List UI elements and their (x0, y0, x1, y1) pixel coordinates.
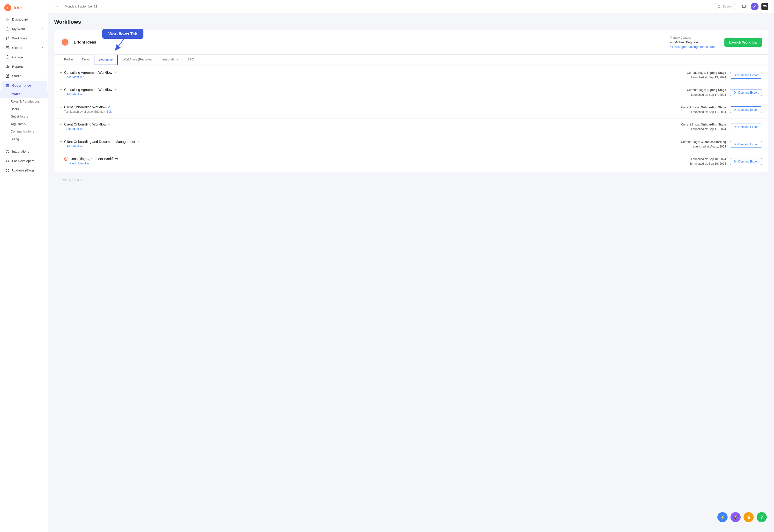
contact-name: Michael Brighton (670, 40, 714, 44)
sidebar-item-for-developers[interactable]: For Developers (1, 156, 47, 165)
sidebar-item-dashboard[interactable]: Dashboard (1, 15, 47, 24)
chevron-down-icon: ▾ (42, 46, 43, 49)
table-row: ▾ Consulting Agreement Workflow ↗ + Add … (54, 67, 768, 84)
sidebar-sub-item-users[interactable]: Users (0, 105, 48, 113)
add-identifier-link[interactable]: + Add Identifier (70, 162, 89, 165)
workflow-name: Client Onboarding Workflow ↗ (64, 105, 681, 109)
external-link[interactable]: ↗ (136, 140, 139, 143)
sidebar-sub-item-tag-library[interactable]: Tag Library (0, 120, 48, 128)
search-icon (717, 5, 721, 8)
governance-sub-menu: Profile Roles & Permissions Users Guest … (0, 90, 48, 143)
floating-trash-button[interactable]: 🗑 (744, 512, 754, 522)
org-name: Bright Ideas (74, 40, 96, 44)
workflow-info: Consulting Agreement Workflow ↗ + Add Id… (70, 157, 690, 165)
collapse-sidebar-button[interactable] (54, 3, 61, 10)
chevron-down-icon: ▾ (42, 75, 43, 77)
sidebar-item-clients[interactable]: Clients ▾ (1, 43, 47, 52)
on-demand-export-button[interactable]: On-Demand Export (730, 141, 762, 148)
tab-sso[interactable]: SSO (184, 55, 198, 65)
expand-icon[interactable]: ▾ (60, 157, 62, 161)
edit-link[interactable]: Edit (106, 110, 112, 113)
sidebar-item-garage[interactable]: Garage (1, 52, 47, 62)
on-demand-export-button[interactable]: On-Demand Export (730, 124, 762, 130)
edit-icon (5, 74, 10, 78)
grid-icon (5, 17, 10, 22)
sidebar-item-studio[interactable]: Studio ▾ (1, 71, 47, 81)
topbar: Monday, September 23 Search MB (48, 0, 774, 13)
svg-line-20 (720, 7, 721, 8)
sidebar-sub-item-profile[interactable]: Profile (0, 90, 48, 98)
floating-lightning-button[interactable]: ⚡ (717, 512, 728, 522)
floating-rocket-button[interactable]: 🚀 (730, 512, 741, 522)
add-identifier-link[interactable]: + Add Identifier (64, 93, 83, 96)
svg-point-21 (754, 5, 755, 7)
external-link[interactable]: ↗ (114, 88, 116, 91)
launch-workflow-button[interactable]: Launch Workflow (724, 38, 762, 47)
box-icon (5, 55, 10, 59)
expand-icon[interactable]: ▾ (60, 88, 62, 92)
svg-text:Workflows Tab: Workflows Tab (109, 32, 137, 36)
page-content: Workflows t Bright Ideas Workflows Tab (48, 13, 774, 532)
on-demand-export-button[interactable]: On-Demand Export (730, 89, 762, 96)
sidebar-item-reports[interactable]: Reports (1, 62, 47, 71)
external-link[interactable]: ↗ (114, 71, 116, 74)
external-link[interactable]: ↗ (108, 105, 110, 109)
sidebar-item-updates-blog[interactable]: Updates (Blog) (1, 166, 47, 175)
sidebar-sub-item-guest-users[interactable]: Guest Users (0, 113, 48, 120)
user-avatar[interactable] (751, 3, 759, 10)
code-icon (5, 159, 10, 163)
workflow-meta: Launched at: Sep 18, 2024 Terminated at:… (690, 157, 726, 166)
table-row: ▾ Client Onboarding and Document Managem… (54, 136, 768, 153)
table-row: ▾ Client Onboarding Workflow ↗ Test laun… (54, 101, 768, 118)
search-box[interactable]: Search (714, 3, 736, 10)
workflow-info: Consulting Agreement Workflow ↗ + Add Id… (64, 88, 687, 96)
tab-tasks[interactable]: Tasks (78, 55, 94, 65)
floating-help-button[interactable]: ? (757, 512, 767, 522)
add-identifier-link[interactable]: + Add Identifier (64, 145, 83, 148)
external-link[interactable]: ↗ (108, 123, 110, 126)
page-title: Workflows (54, 19, 768, 25)
contact-info: Primary Contact: Michael Brighton m.brig… (670, 36, 714, 49)
sidebar-logo: t trisk (0, 0, 48, 15)
expand-icon[interactable]: ▾ (60, 71, 62, 74)
sidebar-sub-item-roles-permissions[interactable]: Roles & Permissions (0, 98, 48, 105)
tab-workflows-recurring[interactable]: Workflows (Recurring) (119, 55, 157, 65)
add-identifier-link[interactable]: + Add Identifier (64, 127, 83, 131)
sidebar-item-integrations[interactable]: Integrations (1, 147, 47, 156)
user-initials[interactable]: MB (761, 3, 768, 10)
on-demand-export-button[interactable]: On-Demand Export (730, 158, 762, 165)
sidebar-item-label-workflows: Workflows (12, 37, 27, 40)
chevron-up-icon: ▴ (42, 84, 43, 87)
tab-integrations[interactable]: Integrations (158, 55, 183, 65)
svg-point-19 (718, 5, 720, 7)
add-identifier-link[interactable]: + Add Identifier (64, 75, 83, 79)
expand-icon[interactable]: ▾ (60, 106, 62, 109)
terminated-icon: 🚫 (64, 157, 68, 161)
workflow-sub: + Add Identifier (70, 162, 690, 165)
sidebar-item-my-work[interactable]: My Work ▾ (1, 24, 47, 33)
workflow-sub: + Add Identifier (64, 75, 687, 79)
search-placeholder-text: Search (723, 5, 733, 8)
footer: Trisk © 2017-2024 (54, 176, 768, 184)
messages-button[interactable] (740, 3, 748, 10)
on-demand-export-button[interactable]: On-Demand Export (730, 106, 762, 113)
org-logo-icon: t (61, 39, 69, 46)
on-demand-export-button[interactable]: On-Demand Export (730, 72, 762, 79)
sidebar-sub-item-communications[interactable]: Communications (0, 128, 48, 135)
bar-chart-icon (5, 64, 10, 69)
contact-email: m.brighton@brightideas.com (670, 45, 714, 49)
workflow-name: Client Onboarding Workflow ↗ (64, 122, 681, 126)
org-logo: t (60, 37, 70, 47)
expand-icon[interactable]: ▾ (60, 123, 62, 126)
sidebar-item-workflows[interactable]: Workflows (1, 34, 47, 43)
sidebar-item-governance[interactable]: Governance ▴ (1, 81, 47, 90)
table-row: ▾ 🚫 Consulting Agreement Workflow ↗ + Ad… (54, 153, 768, 170)
expand-icon[interactable]: ▾ (60, 140, 62, 144)
sidebar-sub-item-billing[interactable]: Billing (0, 135, 48, 143)
tab-workflows[interactable]: Workflows (95, 55, 118, 65)
workflow-meta: Current Stage: Signing Stage Launched at… (687, 88, 726, 97)
external-link[interactable]: ↗ (119, 157, 122, 161)
workflow-sub: + Add Identifier (64, 93, 687, 96)
workflow-sub: + Add Identifier (64, 127, 681, 131)
tab-profile[interactable]: Profile (60, 55, 77, 65)
